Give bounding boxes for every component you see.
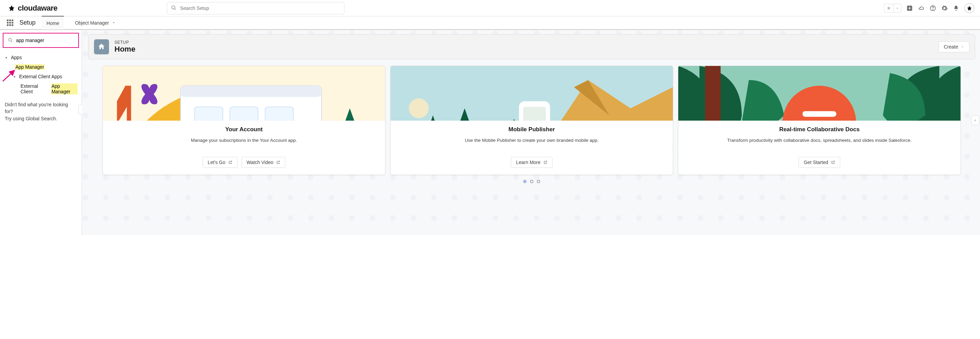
- page-header: SETUP Home Create: [88, 34, 975, 59]
- card-illustration: [103, 66, 385, 121]
- tree-label: External Client Apps: [19, 74, 62, 79]
- svg-point-4: [932, 9, 933, 10]
- lets-go-button[interactable]: Let's Go: [203, 157, 237, 168]
- card-description: Use the Mobile Publisher to create your …: [397, 137, 667, 151]
- carousel-dot[interactable]: [523, 180, 527, 183]
- tree-label: Apps: [11, 55, 22, 60]
- svg-rect-14: [265, 107, 294, 121]
- promo-card-collab-docs: Real-time Collaborative Docs Transform p…: [678, 65, 961, 175]
- card-title: Your Account: [109, 126, 379, 133]
- app-title: Setup: [19, 19, 35, 26]
- svg-point-0: [172, 6, 175, 9]
- carousel-dots: [88, 180, 975, 183]
- chevron-down-icon[interactable]: [893, 4, 901, 12]
- button-label: Watch Video: [247, 159, 274, 165]
- chevron-down-icon: ▾: [12, 75, 16, 79]
- tab-home[interactable]: Home: [42, 16, 64, 29]
- watch-video-button[interactable]: Watch Video: [242, 157, 286, 168]
- context-nav: Setup Home Object Manager: [0, 16, 980, 30]
- main-content: SETUP Home Create: [82, 30, 980, 235]
- learn-more-button[interactable]: Learn More: [511, 157, 552, 168]
- svg-point-5: [8, 38, 11, 41]
- promo-carousel: Your Account Manage your subscriptions i…: [88, 65, 975, 175]
- promo-card-your-account: Your Account Manage your subscriptions i…: [102, 65, 385, 175]
- tree-label-prefix: External Client: [21, 83, 49, 94]
- help-icon[interactable]: [929, 5, 936, 12]
- svg-rect-11: [180, 86, 321, 97]
- button-label: Let's Go: [208, 159, 226, 165]
- not-found-hint: Didn't find what you're looking for? Try…: [3, 96, 79, 127]
- card-illustration: [678, 66, 961, 121]
- card-description: Transform productivity with collaborativ…: [684, 137, 955, 151]
- card-illustration: [391, 66, 673, 121]
- external-link-icon: [543, 160, 547, 164]
- button-label: Get Started: [804, 159, 828, 165]
- tab-label: Object Manager: [75, 20, 109, 25]
- app-launcher-icon[interactable]: [7, 19, 13, 26]
- chevron-down-icon[interactable]: [112, 20, 116, 25]
- create-button[interactable]: Create: [939, 41, 969, 52]
- tree-label-highlight: App Manager: [51, 83, 78, 94]
- external-link-icon: [831, 160, 835, 164]
- star-icon[interactable]: [885, 4, 893, 12]
- add-icon[interactable]: [906, 5, 913, 12]
- brand-name: cloudaware: [18, 4, 57, 13]
- quick-find-input[interactable]: [15, 37, 74, 43]
- external-link-icon: [228, 160, 232, 164]
- not-found-line1: Didn't find what you're looking for?: [5, 101, 77, 115]
- svg-rect-37: [705, 66, 720, 121]
- tree-node-apps[interactable]: ▾ Apps: [3, 53, 79, 62]
- svg-rect-42: [802, 111, 836, 117]
- chevron-down-icon: [961, 45, 964, 49]
- setup-tree: ▾ Apps App Manager ▾ External Client App…: [3, 53, 79, 96]
- search-icon: [8, 38, 13, 43]
- tab-label: Home: [46, 21, 59, 26]
- page-kicker: SETUP: [115, 40, 135, 45]
- user-avatar[interactable]: [964, 3, 975, 13]
- tree-label: App Manager: [15, 64, 45, 70]
- button-label: Create: [944, 44, 958, 49]
- chevron-down-icon: ▾: [4, 56, 8, 59]
- page-title: Home: [115, 45, 135, 54]
- tree-node-external-client-apps[interactable]: ▾ External Client Apps: [3, 72, 79, 81]
- salesforce-cloud-icon[interactable]: [918, 5, 924, 12]
- svg-rect-31: [523, 107, 546, 121]
- workspace: ▾ Apps App Manager ▾ External Client App…: [0, 30, 980, 235]
- svg-rect-13: [230, 107, 258, 121]
- global-search-input[interactable]: [167, 2, 344, 14]
- card-description: Manage your subscriptions in the Your Ac…: [109, 137, 379, 151]
- setup-sidebar: ▾ Apps App Manager ▾ External Client App…: [0, 30, 82, 235]
- card-title: Mobile Publisher: [397, 126, 667, 133]
- svg-point-21: [409, 99, 429, 118]
- promo-card-mobile-publisher: Mobile Publisher Use the Mobile Publishe…: [390, 65, 673, 175]
- external-link-icon: [276, 160, 280, 164]
- notifications-icon[interactable]: [953, 5, 959, 12]
- gear-icon[interactable]: [941, 5, 948, 12]
- get-started-button[interactable]: Get Started: [799, 157, 840, 168]
- svg-rect-12: [194, 107, 223, 121]
- global-header: cloudaware: [0, 0, 980, 16]
- brand-icon: [8, 5, 15, 12]
- global-search: [167, 2, 344, 14]
- not-found-line2: Try using Global Search.: [5, 115, 77, 122]
- quick-find-highlight-box: [3, 33, 79, 48]
- tree-node-external-client-app-manager[interactable]: External Client App Manager: [3, 81, 79, 96]
- brand-logo[interactable]: cloudaware: [8, 4, 57, 13]
- search-icon: [171, 5, 176, 11]
- favorites-control[interactable]: [884, 4, 901, 13]
- carousel-next-button[interactable]: [971, 116, 979, 125]
- carousel-dot[interactable]: [537, 180, 540, 183]
- home-icon: [94, 39, 109, 54]
- header-actions: [884, 3, 975, 13]
- tab-object-manager[interactable]: Object Manager: [70, 16, 121, 30]
- button-label: Learn More: [516, 159, 541, 165]
- svg-line-6: [11, 41, 12, 42]
- card-title: Real-time Collaborative Docs: [684, 126, 955, 133]
- carousel-dot[interactable]: [530, 180, 533, 183]
- svg-line-1: [175, 8, 176, 10]
- tree-node-app-manager[interactable]: App Manager: [3, 62, 79, 72]
